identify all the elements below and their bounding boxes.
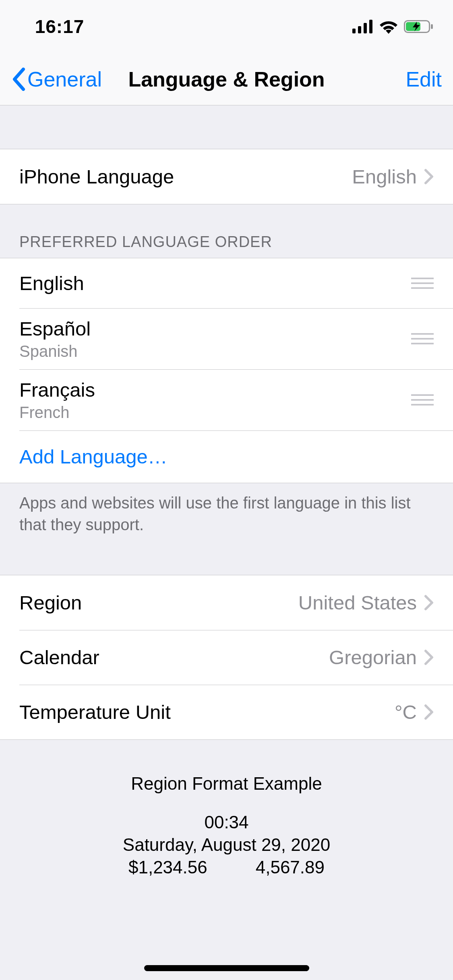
preferred-language-group: English Español Spanish Français French … (0, 258, 453, 483)
temperature-value: °C (395, 701, 417, 723)
preferred-order-footer: Apps and websites will use the first lan… (0, 483, 453, 535)
calendar-label: Calendar (19, 646, 99, 669)
example-currency: $1,234.56 (128, 857, 207, 877)
chevron-right-icon (424, 169, 434, 185)
drag-handle-icon[interactable] (411, 394, 434, 406)
status-bar: 16:17 (0, 0, 453, 53)
iphone-language-group: iPhone Language English (0, 149, 453, 204)
calendar-row[interactable]: Calendar Gregorian (0, 630, 453, 685)
svg-rect-6 (431, 24, 433, 29)
region-label: Region (19, 591, 82, 614)
calendar-value: Gregorian (329, 646, 417, 669)
example-date: Saturday, August 29, 2020 (0, 835, 453, 855)
list-item[interactable]: English (0, 258, 453, 308)
language-name: Español (19, 317, 91, 340)
iphone-language-row[interactable]: iPhone Language English (0, 149, 453, 204)
region-value: United States (298, 591, 417, 614)
battery-charging-icon (404, 19, 434, 34)
svg-rect-3 (369, 20, 372, 33)
chevron-right-icon (424, 704, 434, 720)
chevron-left-icon (11, 68, 26, 91)
region-row[interactable]: Region United States (0, 575, 453, 630)
region-format-example: Region Format Example 00:34 Saturday, Au… (0, 740, 453, 877)
nav-bar: General Language & Region Edit (0, 53, 453, 105)
language-subtitle: Spanish (19, 342, 78, 360)
cellular-icon (352, 20, 373, 33)
language-subtitle: French (19, 404, 70, 422)
temperature-row[interactable]: Temperature Unit °C (0, 685, 453, 739)
example-time: 00:34 (0, 812, 453, 832)
status-indicators (321, 19, 434, 34)
preferred-order-header: PREFERRED LANGUAGE ORDER (0, 204, 453, 258)
list-item[interactable]: Français French (0, 369, 453, 430)
status-time: 16:17 (19, 16, 100, 37)
home-indicator[interactable] (144, 965, 309, 971)
svg-rect-0 (352, 29, 356, 33)
back-label: General (27, 67, 102, 91)
language-name: English (19, 272, 84, 294)
wifi-icon (379, 19, 398, 34)
region-settings-group: Region United States Calendar Gregorian … (0, 575, 453, 740)
iphone-language-value: English (352, 165, 417, 188)
chevron-right-icon (424, 595, 434, 611)
drag-handle-icon[interactable] (411, 333, 434, 344)
temperature-label: Temperature Unit (19, 701, 171, 723)
example-number: 4,567.89 (256, 857, 325, 877)
add-language-label: Add Language… (19, 445, 168, 468)
back-button[interactable]: General (11, 67, 102, 91)
svg-rect-1 (358, 26, 361, 33)
list-item[interactable]: Español Spanish (0, 308, 453, 369)
example-title: Region Format Example (0, 774, 453, 794)
edit-button[interactable]: Edit (405, 67, 442, 91)
iphone-language-label: iPhone Language (19, 165, 174, 188)
add-language-row[interactable]: Add Language… (0, 430, 453, 483)
drag-handle-icon[interactable] (411, 278, 434, 289)
language-name: Français (19, 379, 95, 401)
svg-rect-2 (364, 23, 367, 33)
chevron-right-icon (424, 649, 434, 665)
